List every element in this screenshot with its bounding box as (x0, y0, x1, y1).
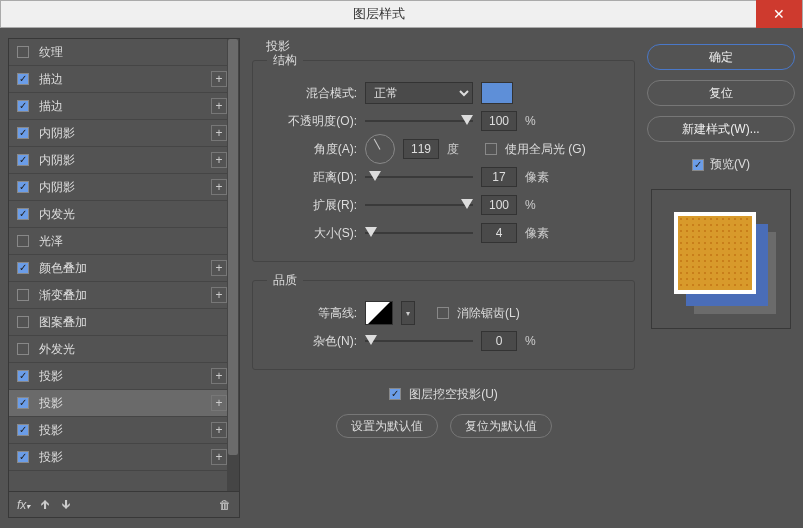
style-row[interactable]: 描边+ (9, 93, 239, 120)
add-effect-icon[interactable]: + (211, 179, 227, 195)
style-label: 内发光 (39, 206, 233, 223)
style-checkbox[interactable] (17, 154, 29, 166)
style-checkbox[interactable] (17, 46, 29, 58)
add-effect-icon[interactable]: + (211, 287, 227, 303)
style-row[interactable]: 光泽 (9, 228, 239, 255)
antialias-label: 消除锯齿(L) (457, 305, 520, 322)
style-row[interactable]: 内阴影+ (9, 120, 239, 147)
style-checkbox[interactable] (17, 100, 29, 112)
knockout-checkbox[interactable] (389, 388, 401, 400)
preview-label: 预览(V) (710, 156, 750, 173)
style-checkbox[interactable] (17, 181, 29, 193)
antialias-checkbox[interactable] (437, 307, 449, 319)
style-row[interactable]: 渐变叠加+ (9, 282, 239, 309)
knockout-label: 图层挖空投影(U) (409, 386, 498, 403)
style-checkbox[interactable] (17, 208, 29, 220)
global-light-checkbox[interactable] (485, 143, 497, 155)
style-row[interactable]: 描边+ (9, 66, 239, 93)
noise-input[interactable] (481, 331, 517, 351)
style-row[interactable]: 投影+ (9, 363, 239, 390)
style-row[interactable]: 投影+ (9, 417, 239, 444)
style-row[interactable]: 内阴影+ (9, 147, 239, 174)
opacity-input[interactable] (481, 111, 517, 131)
title-bar: 图层样式 ✕ (0, 0, 803, 28)
move-up-icon[interactable]: 🡩 (40, 499, 51, 511)
size-input[interactable] (481, 223, 517, 243)
spread-slider[interactable] (365, 198, 473, 212)
angle-dial[interactable] (365, 134, 395, 164)
contour-label: 等高线: (267, 305, 357, 322)
noise-slider[interactable] (365, 334, 473, 348)
style-row[interactable]: 内发光 (9, 201, 239, 228)
style-checkbox[interactable] (17, 289, 29, 301)
style-row[interactable]: 投影+ (9, 390, 239, 417)
new-style-button[interactable]: 新建样式(W)... (647, 116, 795, 142)
style-checkbox[interactable] (17, 262, 29, 274)
style-row[interactable]: 投影+ (9, 444, 239, 471)
distance-input[interactable] (481, 167, 517, 187)
add-effect-icon[interactable]: + (211, 152, 227, 168)
set-default-button[interactable]: 设置为默认值 (336, 414, 438, 438)
size-label: 大小(S): (267, 225, 357, 242)
style-row[interactable]: 图案叠加 (9, 309, 239, 336)
add-effect-icon[interactable]: + (211, 71, 227, 87)
structure-group: 结构 混合模式: 正常 不透明度(O): % 角度(A): 度 使用全局光 (G… (252, 52, 635, 262)
style-label: 投影 (39, 395, 211, 412)
add-effect-icon[interactable]: + (211, 449, 227, 465)
styles-list: 纹理描边+描边+内阴影+内阴影+内阴影+内发光光泽颜色叠加+渐变叠加+图案叠加外… (8, 38, 240, 492)
size-slider[interactable] (365, 226, 473, 240)
move-down-icon[interactable]: 🡫 (61, 499, 72, 511)
style-label: 内阴影 (39, 152, 211, 169)
global-light-label: 使用全局光 (G) (505, 141, 586, 158)
contour-dropdown[interactable]: ▾ (401, 301, 415, 325)
add-effect-icon[interactable]: + (211, 368, 227, 384)
style-row[interactable]: 内阴影+ (9, 174, 239, 201)
add-effect-icon[interactable]: + (211, 260, 227, 276)
style-checkbox[interactable] (17, 451, 29, 463)
add-effect-icon[interactable]: + (211, 395, 227, 411)
style-checkbox[interactable] (17, 73, 29, 85)
distance-slider[interactable] (365, 170, 473, 184)
style-checkbox[interactable] (17, 343, 29, 355)
blend-mode-select[interactable]: 正常 (365, 82, 473, 104)
fx-menu[interactable]: fx▾ (17, 498, 30, 512)
style-label: 颜色叠加 (39, 260, 211, 277)
close-button[interactable]: ✕ (756, 0, 802, 28)
style-row[interactable]: 颜色叠加+ (9, 255, 239, 282)
preview-checkbox[interactable] (692, 159, 704, 171)
add-effect-icon[interactable]: + (211, 422, 227, 438)
add-effect-icon[interactable]: + (211, 125, 227, 141)
style-checkbox[interactable] (17, 316, 29, 328)
scrollbar[interactable] (227, 39, 239, 491)
style-label: 投影 (39, 368, 211, 385)
spread-input[interactable] (481, 195, 517, 215)
blend-mode-label: 混合模式: (267, 85, 357, 102)
reset-button[interactable]: 复位 (647, 80, 795, 106)
style-label: 描边 (39, 98, 211, 115)
style-checkbox[interactable] (17, 424, 29, 436)
style-checkbox[interactable] (17, 127, 29, 139)
reset-default-button[interactable]: 复位为默认值 (450, 414, 552, 438)
style-checkbox[interactable] (17, 370, 29, 382)
angle-label: 角度(A): (267, 141, 357, 158)
panel-name: 投影 (266, 38, 290, 55)
size-unit: 像素 (525, 225, 555, 242)
shadow-color-swatch[interactable] (481, 82, 513, 104)
style-label: 内阴影 (39, 179, 211, 196)
angle-input[interactable] (403, 139, 439, 159)
scrollbar-thumb[interactable] (228, 39, 238, 455)
style-row[interactable]: 纹理 (9, 39, 239, 66)
contour-swatch[interactable] (365, 301, 393, 325)
ok-button[interactable]: 确定 (647, 44, 795, 70)
style-checkbox[interactable] (17, 235, 29, 247)
noise-unit: % (525, 334, 555, 348)
style-row[interactable]: 外发光 (9, 336, 239, 363)
style-checkbox[interactable] (17, 397, 29, 409)
opacity-slider[interactable] (365, 114, 473, 128)
add-effect-icon[interactable]: + (211, 98, 227, 114)
styles-footer: fx▾ 🡩 🡫 🗑 (8, 492, 240, 518)
trash-icon[interactable]: 🗑 (219, 498, 231, 512)
spread-unit: % (525, 198, 555, 212)
quality-legend: 品质 (267, 272, 303, 289)
spread-label: 扩展(R): (267, 197, 357, 214)
